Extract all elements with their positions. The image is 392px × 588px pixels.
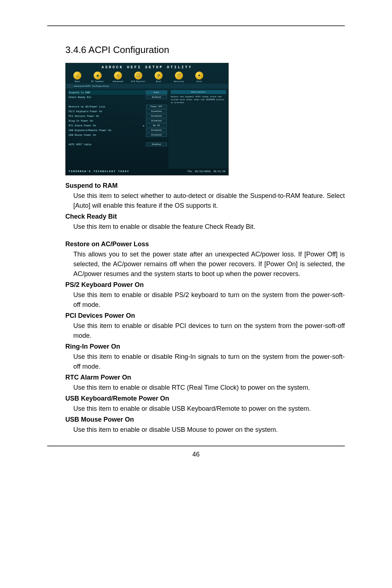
- doc-item-title: USB Mouse Power On: [65, 416, 345, 423]
- bios-setting-row: USB Mouse Power OnDisabled: [69, 133, 168, 137]
- doc-item-title: PCI Devices Power On: [65, 312, 345, 320]
- bios-setting-label: RTC Alarm Power On: [69, 124, 146, 127]
- bios-tab-icon: ◉: [94, 72, 102, 80]
- bios-setting-value: Disabled: [146, 119, 167, 123]
- breadcrumb-text: Advanced\ACPI Configuration: [74, 85, 109, 88]
- bios-tab-h-w-monitor: 🖵H/W Monitor: [128, 71, 148, 84]
- bios-setting-value: Disabled: [146, 114, 167, 118]
- doc-item: PS/2 Keyboard Power OnUse this item to e…: [65, 281, 345, 310]
- doc-item-desc: Use this item to enable or disable PCI d…: [65, 321, 345, 341]
- bios-footer-tag: TOMORROW'S TECHNOLOGY TODAY: [69, 170, 129, 173]
- doc-item-desc: Use this item to enable or disable Ring-…: [65, 352, 345, 372]
- bios-setting-row: [69, 137, 168, 142]
- doc-item: Restore on AC/Power LossThis allows you …: [65, 240, 345, 279]
- bios-setting-value: Enabled: [146, 142, 167, 146]
- doc-item: Suspend to RAMUse this item to select wh…: [65, 182, 345, 211]
- doc-item-title: Ring-In Power On: [65, 343, 345, 350]
- doc-item-desc: Use this item to enable or disable the f…: [65, 222, 345, 232]
- bios-tab-icon: ⌂: [73, 72, 81, 80]
- doc-item: Ring-In Power OnUse this item to enable …: [65, 343, 345, 372]
- doc-item-desc: Use this item to select whether to auto-…: [65, 191, 345, 211]
- bios-tab-security: 🛡Security: [169, 71, 189, 84]
- doc-item-desc: Use this item to enable or disable USB M…: [65, 425, 345, 435]
- bios-setting-value: Disabled: [146, 128, 167, 132]
- bios-setting-label: Ring-In Power On: [69, 119, 146, 122]
- bios-tab-label: Advanced: [113, 80, 123, 83]
- bios-setting-label: Check Ready Bit: [69, 96, 146, 99]
- bios-footer-time: Thu. 01/13/2010, 20:21:29: [187, 170, 225, 173]
- bios-setting-value: By OS: [146, 123, 167, 127]
- bios-setting-row: Restore on AC/Power LossPower Off: [69, 104, 168, 109]
- doc-item-title: Suspend to RAM: [65, 182, 345, 190]
- bios-setting-value: Disabled: [146, 109, 167, 113]
- bios-setting-label: USB Mouse Power On: [69, 134, 146, 137]
- bios-breadcrumb: ⟵ Advanced\ACPI Configuration: [66, 84, 228, 89]
- bios-tab-advanced: ✎Advanced: [108, 71, 128, 84]
- bios-tab-label: Exit: [197, 80, 202, 83]
- bios-setting-row: Suspend to RAMAuto: [69, 90, 168, 95]
- doc-item: USB Keyboard/Remote Power OnUse this ite…: [65, 395, 345, 414]
- doc-item: PCI Devices Power OnUse this item to ena…: [65, 312, 345, 341]
- bios-desc-title: Description: [171, 90, 226, 94]
- bios-screenshot: ASROCK UEFI SETUP UTILITY ⌂Main◉OC Tweak…: [65, 63, 229, 175]
- bios-setting-row: [69, 100, 168, 104]
- bios-setting-label: Suspend to RAM: [69, 91, 146, 94]
- bios-setting-value: Disabled: [146, 133, 167, 137]
- doc-item-title: PS/2 Keyboard Power On: [65, 281, 345, 289]
- bios-tab-label: H/W Monitor: [131, 80, 146, 83]
- bios-title: ASROCK UEFI SETUP UTILITY: [66, 63, 228, 70]
- bios-setting-label: Restore on AC/Power Loss: [69, 105, 146, 108]
- section-heading: 3.4.6 ACPI Configuration: [65, 44, 345, 56]
- bios-setting-label: PCI Devices Power On: [69, 115, 146, 118]
- doc-item: USB Mouse Power OnUse this item to enabl…: [65, 416, 345, 435]
- bios-tab-oc-tweaker: ◉OC Tweaker: [87, 71, 108, 84]
- bios-desc-text: Select the highest ACPI sleep state the …: [171, 96, 226, 104]
- doc-item-title: USB Keyboard/Remote Power On: [65, 395, 345, 402]
- bios-tab-icon: 🖵: [134, 72, 142, 80]
- bios-setting-row: Check Ready BitEnabled: [69, 95, 168, 100]
- bios-setting-row: Ring-In Power OnDisabled: [69, 118, 168, 123]
- bios-tab-icon: ✖: [195, 72, 203, 80]
- doc-item-title: Check Ready Bit: [65, 213, 345, 220]
- bios-setting-row: RTC Alarm Power OnBy OS: [69, 123, 168, 128]
- bios-tab-label: Boot: [156, 80, 161, 83]
- bios-setting-row: USB Keyboard/Remote Power OnDisabled: [69, 128, 168, 133]
- page-number: 46: [47, 451, 345, 458]
- back-icon: ⟵: [67, 84, 72, 88]
- bios-tab-label: Security: [174, 80, 184, 83]
- bios-setting-label: ACPI HPET table: [69, 143, 146, 146]
- doc-item-title: Restore on AC/Power Loss: [65, 240, 345, 248]
- bios-tab-main: ⌂Main: [67, 71, 87, 84]
- bios-setting-row: PS/2 Keyboard Power OnDisabled: [69, 109, 168, 114]
- doc-item: Check Ready BitUse this item to enable o…: [65, 213, 345, 232]
- doc-item-desc: This allows you to set the power state a…: [65, 250, 345, 279]
- bios-tab-exit: ✖Exit: [189, 71, 209, 84]
- bios-setting-label: USB Keyboard/Remote Power On: [69, 129, 146, 132]
- bios-tab-icon: ✎: [114, 72, 122, 80]
- doc-item-desc: Use this item to enable or disable PS/2 …: [65, 290, 345, 310]
- bios-tab-icon: 🛡: [175, 72, 183, 80]
- doc-item-desc: Use this item to enable or disable USB K…: [65, 404, 345, 414]
- bios-tab-icon: ⟳: [155, 72, 163, 80]
- doc-item: RTC Alarm Power OnUse this item to enabl…: [65, 374, 345, 393]
- doc-item-desc: Use this item to enable or disable RTC (…: [65, 383, 345, 393]
- bios-setting-value: Auto: [146, 90, 167, 94]
- bios-setting-row: PCI Devices Power OnDisabled: [69, 114, 168, 118]
- doc-item-title: RTC Alarm Power On: [65, 374, 345, 381]
- bios-setting-row: ACPI HPET tableEnabled: [69, 142, 168, 147]
- bios-setting-label: PS/2 Keyboard Power On: [69, 110, 146, 113]
- bios-tab-boot: ⟳Boot: [148, 71, 169, 84]
- bios-setting-value: Enabled: [146, 95, 167, 99]
- bios-tab-label: Main: [75, 80, 80, 83]
- bios-setting-value: Power Off: [146, 105, 167, 109]
- bios-tab-label: OC Tweaker: [91, 80, 104, 83]
